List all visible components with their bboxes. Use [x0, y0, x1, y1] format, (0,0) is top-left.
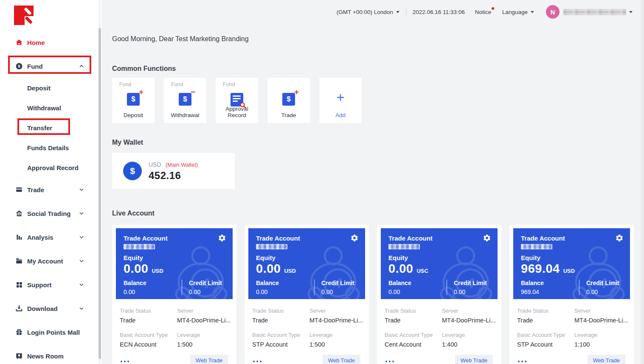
- credit-limit-value: 0.00: [189, 288, 222, 295]
- equity-label: Equity: [124, 254, 233, 261]
- sidebar-item-approval-record[interactable]: Approval Record: [0, 158, 98, 178]
- language-selector[interactable]: Language: [502, 9, 534, 15]
- sidebar-item-social-trading[interactable]: Social Trading: [0, 202, 98, 225]
- minus-mark-icon: −: [191, 88, 195, 96]
- sidebar-item-download[interactable]: Download: [0, 297, 98, 320]
- web-trade-button[interactable]: Web Trade: [190, 355, 228, 364]
- function-card-add[interactable]: + Add: [319, 78, 362, 123]
- web-trade-button[interactable]: Web Trade: [323, 355, 360, 364]
- leverage-label: Leverage: [574, 332, 634, 338]
- chevron-down-icon: [79, 306, 84, 311]
- gear-icon[interactable]: [483, 234, 491, 242]
- account-number-redacted: [124, 244, 155, 249]
- web-trade-button[interactable]: Web Trade: [455, 355, 493, 364]
- gear-icon[interactable]: [615, 234, 624, 242]
- folder-icon: [15, 257, 23, 265]
- greeting-text: Good Morning, Dear Test Marketing Brandi…: [112, 35, 249, 43]
- house-person-icon: [15, 210, 23, 217]
- sidebar-scrollbar-thumb[interactable]: [98, 28, 101, 359]
- equity-currency: USD: [563, 268, 575, 274]
- account-type-label: Basic Account Type: [120, 332, 177, 338]
- caret-down-icon[interactable]: [629, 11, 633, 13]
- caret-down-icon: [396, 11, 399, 13]
- account-title: Trade Account: [124, 235, 233, 242]
- avatar[interactable]: N: [546, 5, 560, 19]
- sidebar-item-analysis[interactable]: Analysis: [0, 225, 98, 249]
- gear-icon[interactable]: [350, 234, 359, 242]
- section-title-common-functions: Common Functions: [112, 65, 176, 73]
- function-card-trade[interactable]: $+ Trade: [267, 78, 310, 123]
- brand-logo-icon[interactable]: [14, 6, 34, 25]
- live-account-row: Trade Account Equity 0.00USD Balance0.00…: [112, 225, 634, 364]
- sidebar-item-label: Support: [27, 281, 52, 288]
- account-card: Trade Account Equity 0.00USC Balance0.00…: [377, 225, 501, 364]
- sidebar-item-funds-details[interactable]: Funds Details: [0, 138, 98, 158]
- account-title: Trade Account: [521, 235, 630, 242]
- more-actions-button[interactable]: [385, 359, 394, 362]
- more-actions-button[interactable]: [253, 359, 262, 362]
- account-card: Trade Account Equity 969.04USD Balance96…: [509, 225, 634, 364]
- sidebar-item-withdrawal[interactable]: Withdrawal: [0, 98, 98, 118]
- more-actions-button[interactable]: [121, 359, 129, 362]
- page-scrollbar[interactable]: [641, 0, 644, 364]
- leverage-label: Leverage: [309, 332, 369, 338]
- balance-value: 0.00: [256, 288, 314, 295]
- balance-label: Balance: [521, 280, 579, 286]
- more-actions-button[interactable]: [518, 359, 526, 362]
- trade-status-label: Trade Status: [120, 308, 177, 314]
- sidebar-item-label: Home: [27, 39, 45, 46]
- wallet-main-tag: (Main Wallet): [166, 162, 198, 168]
- trade-status-value: Trade: [385, 317, 442, 324]
- function-card-withdrawal[interactable]: Fund $− Withdrawal: [164, 78, 206, 123]
- account-number-redacted: [388, 244, 420, 249]
- server-value: MT4-DooPrime-Li...: [309, 317, 369, 324]
- sidebar-item-news-room[interactable]: News Room: [0, 344, 98, 364]
- gear-icon[interactable]: [218, 234, 226, 242]
- account-card-header: Trade Account Equity 969.04USD Balance96…: [513, 228, 630, 299]
- function-card-deposit[interactable]: Fund $+ Deposit: [112, 78, 155, 123]
- trade-status-value: Trade: [517, 317, 574, 324]
- sidebar-item-label: Fund: [27, 63, 43, 70]
- sidebar-scrollbar[interactable]: [98, 0, 101, 364]
- sidebar-item-my-account[interactable]: My Account: [0, 249, 98, 273]
- wallet-currency: USD: [149, 161, 161, 168]
- trade-status-label: Trade Status: [385, 308, 442, 314]
- function-card-label: Add: [319, 112, 362, 118]
- sidebar-item-fund[interactable]: $ Fund: [0, 54, 98, 78]
- bar-chart-icon: [15, 233, 23, 241]
- sidebar-item-login-points-mall[interactable]: Login Points Mall: [0, 320, 98, 344]
- sidebar-item-trade[interactable]: Trade: [0, 178, 98, 202]
- account-type-value: Cent Account: [385, 341, 442, 348]
- grid-icon: [15, 281, 23, 288]
- leverage-label: Leverage: [177, 332, 236, 338]
- trade-icon: $+: [282, 93, 295, 106]
- equity-value: 0.00: [256, 262, 281, 276]
- timezone-selector[interactable]: (GMT +00:00) London: [337, 9, 399, 15]
- equity-currency: USD: [284, 268, 295, 274]
- account-type-value: ECN Account: [120, 341, 177, 348]
- notice-button[interactable]: Notice: [475, 9, 491, 15]
- server-label: Server: [442, 308, 501, 314]
- sidebar-item-home[interactable]: Home: [0, 31, 98, 54]
- sidebar-item-transfer[interactable]: Transfer: [0, 118, 98, 138]
- sidebar-item-deposit[interactable]: Deposit: [0, 78, 98, 98]
- sidebar-nav: Home $ Fund Deposit Withdrawal Transfer …: [0, 31, 98, 364]
- topbar: (GMT +00:00) London 2022.06.16 11:33:06 …: [337, 0, 633, 24]
- language-label: Language: [502, 9, 528, 15]
- server-value: MT4-DooPrime-Li...: [442, 317, 501, 324]
- web-trade-button[interactable]: Web Trade: [588, 355, 625, 364]
- leverage-label: Leverage: [442, 332, 501, 338]
- credit-limit-value: 0.00: [454, 288, 487, 295]
- chevron-down-icon: [79, 258, 84, 263]
- account-type-label: Basic Account Type: [252, 332, 309, 338]
- function-card-approval-record[interactable]: Fund Approval Record: [216, 78, 258, 123]
- sidebar-item-label: My Account: [27, 258, 63, 265]
- deposit-icon: $+: [127, 93, 140, 106]
- equity-currency: USC: [416, 268, 428, 274]
- approval-record-icon: [231, 93, 243, 106]
- sidebar-item-support[interactable]: Support: [0, 273, 98, 297]
- wallet-amount: 452.16: [149, 170, 198, 182]
- equity-value: 0.00: [124, 262, 148, 276]
- function-card-label: Deposit: [112, 112, 155, 118]
- section-title-my-wallet: My Wallet: [112, 139, 143, 146]
